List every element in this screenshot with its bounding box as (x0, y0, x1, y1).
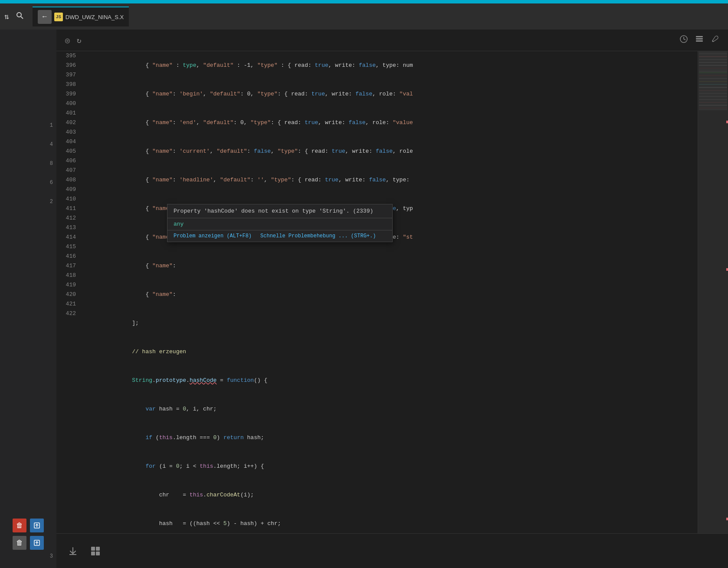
ln-415: 415 (56, 242, 76, 252)
ln-395: 395 (56, 51, 76, 61)
ln-403: 403 (56, 128, 76, 137)
line-indicator-4: 4 (0, 140, 56, 149)
back-icon: ← (43, 13, 47, 21)
problem-anzeigen-link[interactable]: Problem anzeigen (ALT+F8) (174, 233, 252, 239)
sort-icon[interactable]: ⇅ (4, 12, 9, 21)
num-3: 3 (0, 553, 56, 559)
main-layout: 1 4 8 6 2 🗑 (0, 30, 728, 568)
ln-421: 421 (56, 299, 76, 309)
ln-411: 411 (56, 204, 76, 213)
code-line-407: var hash = 0, i, chr; (85, 395, 698, 424)
code-line-395: { "name" : type, "default" : -1, "type" … (85, 51, 698, 80)
clock-icon[interactable] (679, 35, 688, 46)
num-8: 8 (50, 161, 53, 167)
ln-420: 420 (56, 290, 76, 299)
list-icon[interactable] (695, 35, 704, 46)
error-message: Property 'hashCode' does not exist on ty… (174, 208, 373, 214)
schnelle-problembehebung-link[interactable]: Schnelle Problembehebung ... (STRG+.) (260, 233, 376, 239)
ln-418: 418 (56, 271, 76, 280)
ln-417: 417 (56, 261, 76, 271)
code-line-397: { "name": 'end', "default": 0, "type": {… (85, 108, 698, 137)
header: ⇅ ← JS DWD_UWZ_NINA_S.X (0, 3, 728, 30)
svg-rect-14 (91, 552, 95, 555)
hover-actions: Problem anzeigen (ALT+F8) Schnelle Probl… (167, 230, 392, 242)
left-number-indicators: 1 4 8 6 2 (0, 30, 56, 207)
tab-item[interactable]: ← JS DWD_UWZ_NINA_S.X (33, 7, 129, 26)
code-line-406: String.prototype.hashCode = function() { (85, 366, 698, 395)
svg-point-0 (17, 13, 21, 17)
back-button[interactable]: ← (38, 10, 52, 24)
svg-rect-15 (96, 552, 100, 555)
line-indicator-1: 1 (0, 121, 56, 130)
editor-toolbar: ◎ ↻ (56, 30, 728, 51)
left-sidebar: 1 4 8 6 2 🗑 (0, 30, 56, 568)
ln-396: 396 (56, 61, 76, 70)
minimap-content (698, 51, 728, 533)
line-indicator-2: 2 (0, 197, 56, 207)
ln-408: 408 (56, 175, 76, 185)
table-layout-icon[interactable] (88, 543, 103, 559)
num-2: 2 (50, 199, 53, 205)
export-icon[interactable] (30, 519, 44, 532)
refresh-icon[interactable]: ↻ (77, 36, 82, 45)
svg-rect-12 (91, 547, 95, 551)
code-line-411: hash = ((hash << 5) - hash) + chr; (85, 509, 698, 533)
tab-file-icon: JS (54, 13, 63, 21)
ln-416: 416 (56, 252, 76, 261)
code-line-410: chr = this.charCodeAt(i); (85, 481, 698, 509)
top-accent-bar (0, 0, 728, 3)
code-line-408: if (this.length === 0) return hash; (85, 424, 698, 452)
code-line-398: { "name": 'current', "default": false, "… (85, 137, 698, 166)
ln-422: 422 (56, 309, 76, 318)
minimap (698, 51, 728, 533)
svg-rect-9 (696, 40, 703, 42)
ln-407: 407 (56, 166, 76, 175)
ln-406: 406 (56, 156, 76, 166)
ln-405: 405 (56, 147, 76, 156)
export-2-icon[interactable] (30, 536, 44, 550)
code-line-403: { "name": (85, 280, 698, 309)
ln-399: 399 (56, 89, 76, 99)
ln-410: 410 (56, 194, 76, 204)
code-content: 395 396 397 398 399 400 401 402 403 404 … (56, 51, 728, 533)
target-icon[interactable]: ◎ (65, 36, 70, 45)
header-nav-icons: ⇅ (4, 12, 24, 22)
line-indicator-8: 8 (0, 159, 56, 168)
bottom-toolbar (56, 533, 728, 568)
num-4: 4 (50, 141, 53, 148)
ln-401: 401 (56, 108, 76, 118)
code-line-396: { "name": 'begin', "default": 0, "type":… (85, 80, 698, 108)
code-lines-area[interactable]: { "name" : type, "default" : -1, "type" … (80, 51, 698, 533)
code-line-402: { "name": (85, 252, 698, 280)
ln-398: 398 (56, 80, 76, 89)
num-1: 1 (50, 122, 53, 128)
svg-rect-13 (96, 547, 100, 551)
ln-402: 402 (56, 118, 76, 128)
ln-419: 419 (56, 280, 76, 290)
download-icon[interactable] (65, 543, 81, 559)
toolbar-right-icons (679, 35, 719, 46)
action-row-2: 🗑 (13, 536, 44, 550)
code-line-404: ]; (85, 309, 698, 338)
delete-icon[interactable]: 🗑 (13, 519, 26, 532)
svg-rect-8 (696, 38, 703, 39)
type-label: any (174, 221, 184, 227)
code-line-399: { "name": 'headline', "default": '', "ty… (85, 166, 698, 194)
hover-type-label: any (167, 218, 392, 230)
ln-400: 400 (56, 99, 76, 108)
hover-popup: Property 'hashCode' does not exist on ty… (167, 204, 393, 242)
action-row-1: 🗑 (13, 519, 44, 532)
left-action-icons: 🗑 🗑 (0, 519, 56, 568)
svg-point-10 (712, 41, 714, 42)
line-indicator-6: 6 (0, 178, 56, 187)
code-line-405: // hash erzeugen (85, 338, 698, 366)
delete-2-icon[interactable]: 🗑 (13, 536, 26, 550)
ln-404: 404 (56, 137, 76, 147)
search-icon[interactable] (16, 12, 24, 22)
ln-413: 413 (56, 223, 76, 233)
line-numbers: 395 396 397 398 399 400 401 402 403 404 … (56, 51, 80, 533)
svg-rect-7 (696, 36, 703, 37)
wrench-icon[interactable] (711, 35, 719, 46)
num-6: 6 (50, 180, 53, 186)
ln-409: 409 (56, 185, 76, 194)
